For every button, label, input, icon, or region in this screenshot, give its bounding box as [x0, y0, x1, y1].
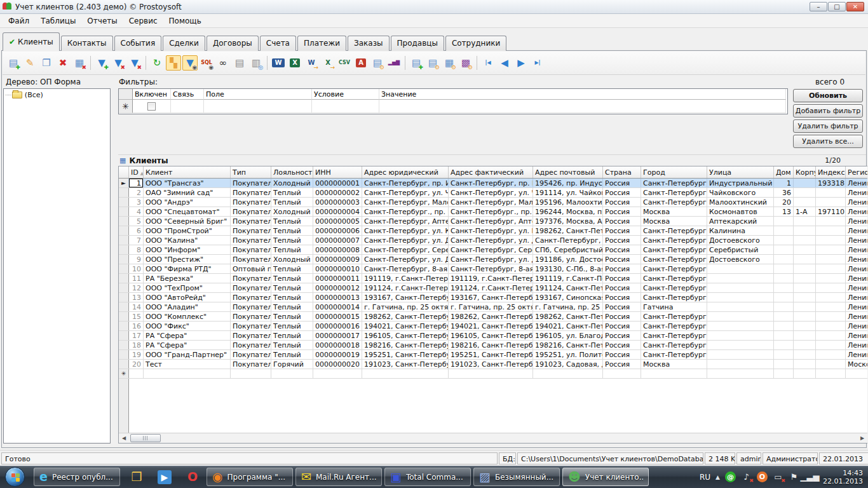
table-row[interactable]: 2ОАО "Зимний сад"ПокупательТеплый0000000… [119, 188, 867, 198]
cell[interactable]: Ленинградская [846, 302, 867, 311]
cell[interactable]: ООО "Калина" [144, 236, 231, 245]
cell[interactable]: Санкт-Петербург, ул. Чудн [362, 188, 449, 197]
cell[interactable] [816, 255, 846, 264]
cell[interactable]: Санкт-Петербург, пр. Инд [362, 179, 449, 187]
cell[interactable]: 0000000006 [313, 226, 362, 235]
refresh-icon[interactable]: ↻ [149, 55, 165, 71]
cell[interactable]: 19 [129, 350, 144, 359]
cell[interactable]: г. Гатчина, пр. 25 окт [533, 302, 603, 311]
cell[interactable] [794, 255, 816, 264]
cell[interactable] [816, 341, 846, 349]
cell[interactable] [794, 274, 816, 283]
cell[interactable] [707, 360, 774, 369]
cell[interactable]: Санкт-Петербург [641, 198, 707, 207]
cell[interactable]: Россия [603, 293, 641, 302]
cell[interactable]: Ленинградская [846, 217, 867, 226]
cell[interactable]: 0000000011 [313, 274, 362, 283]
cell[interactable]: Россия [603, 245, 641, 254]
table-row[interactable]: 11РА "Березка"ПокупательТеплый0000000011… [119, 274, 867, 283]
cell[interactable]: Санкт-Петербург, ул. До [449, 255, 533, 264]
cell[interactable]: Теплый [271, 188, 313, 197]
cell[interactable]: Россия [603, 312, 641, 321]
cell[interactable]: Ленинградская [846, 198, 867, 207]
cell[interactable]: Россия [603, 302, 641, 311]
filters-header-3[interactable]: Поле [204, 89, 312, 100]
cell[interactable]: Ленинградская [846, 331, 867, 340]
cell[interactable]: Теплый [271, 350, 313, 359]
cell[interactable]: Санкт-Петербург, ул. Дост [362, 255, 449, 264]
cell[interactable]: 195251, ул. Политехн [533, 350, 603, 359]
cell[interactable]: 194021, Санкт-Петербург, [362, 322, 449, 330]
cell[interactable] [774, 360, 794, 369]
cell[interactable]: 195426, пр. Индустри [533, 179, 603, 187]
cell[interactable]: Аптекарский [707, 217, 774, 226]
cell[interactable]: Теплый [271, 236, 313, 245]
cell[interactable]: Холодный [271, 207, 313, 216]
filters-header-2[interactable]: Связь [171, 89, 204, 100]
cell[interactable] [794, 341, 816, 349]
cell[interactable]: 14 [129, 302, 144, 311]
cell[interactable]: Санкт-Петербург [641, 236, 707, 245]
cell[interactable] [816, 312, 846, 321]
cell[interactable]: Малоохтинский [707, 198, 774, 207]
delete-record-icon[interactable]: ✖ [55, 55, 71, 71]
cell[interactable]: 0000000009 [313, 255, 362, 264]
cell[interactable]: ООО "Престиж" [144, 255, 231, 264]
cell[interactable]: Санкт-Петербург [641, 188, 707, 197]
cell[interactable]: Санкт-Петербург [641, 341, 707, 349]
cell[interactable]: Покупатель [231, 302, 271, 311]
table-row[interactable]: 19ООО "Гранд-Партнер"ПокупательТеплый000… [119, 350, 867, 360]
cell[interactable]: ООО "ПромСтрой" [144, 226, 231, 235]
cell[interactable]: ООО "Спецавтомат" [144, 207, 231, 216]
cell[interactable]: 195196, Малоохтинск [533, 198, 603, 207]
add-filter-button[interactable]: Добавить фильтр [793, 104, 863, 118]
cell[interactable]: Холодный [271, 255, 313, 264]
preview-icon[interactable]: ▥◎ [248, 55, 264, 71]
cell[interactable]: 11 [129, 274, 144, 283]
cell[interactable]: Россия [603, 217, 641, 226]
cell[interactable] [816, 350, 846, 359]
show-hidden-icons-button[interactable]: ▲ [715, 474, 720, 480]
maximize-button[interactable]: □ [828, 2, 846, 11]
cell[interactable] [707, 350, 774, 359]
taskbar-uchet[interactable]: ☻Учет клиенто... [562, 468, 649, 486]
taskbar-opera[interactable]: O [179, 467, 207, 487]
cell[interactable]: 36 [774, 188, 794, 197]
cell[interactable]: Космонавтов [707, 207, 774, 216]
cell[interactable] [707, 264, 774, 273]
cell[interactable]: Санкт-Петербург, Сереб [449, 245, 533, 254]
cell[interactable]: Холодный [271, 179, 313, 187]
cell[interactable]: 0000000003 [313, 198, 362, 207]
column-header-5[interactable]: ИНН [313, 166, 362, 178]
filters-header-1[interactable]: Включен [133, 89, 171, 100]
cell[interactable] [774, 245, 794, 254]
horizontal-scrollbar[interactable]: ◀▶ [119, 433, 867, 443]
cell[interactable] [794, 245, 816, 254]
cell[interactable]: 7 [129, 236, 144, 245]
export-csv-icon[interactable]: CSV [337, 55, 352, 71]
cell[interactable]: Россия [603, 322, 641, 330]
cell[interactable]: Ленинградская [846, 322, 867, 330]
menu-item-3[interactable]: Отчеты [81, 15, 123, 27]
cell[interactable] [816, 236, 846, 245]
filters-cell-5[interactable] [379, 100, 786, 113]
cell[interactable]: Ленинградская [846, 188, 867, 197]
tab-платежи[interactable]: Платежи [297, 36, 346, 51]
column-header-6[interactable]: Адрес юридический [362, 166, 449, 178]
tab-контакты[interactable]: Контакты [61, 36, 113, 51]
cell[interactable]: 9 [129, 255, 144, 264]
table-row[interactable]: 12ООО "ТехПром"ПокупательТеплый000000001… [119, 283, 867, 293]
cell[interactable]: 195251, Санкт-Петербург, [362, 350, 449, 359]
cell[interactable]: 0000000019 [313, 350, 362, 359]
cell[interactable] [774, 302, 794, 311]
cell[interactable]: 196244, Москва, пр. К [533, 207, 603, 216]
cell[interactable]: Ленинградская [846, 245, 867, 254]
cell[interactable]: 198262, Санкт-Петер [533, 226, 603, 235]
cell[interactable] [816, 331, 846, 340]
cell[interactable] [794, 236, 816, 245]
tab-сделки[interactable]: Сделки [163, 36, 205, 51]
cell[interactable]: 0000000008 [313, 245, 362, 254]
cell[interactable]: Теплый [271, 245, 313, 254]
cell[interactable] [816, 198, 846, 207]
cell[interactable]: Ленинградская [846, 293, 867, 302]
